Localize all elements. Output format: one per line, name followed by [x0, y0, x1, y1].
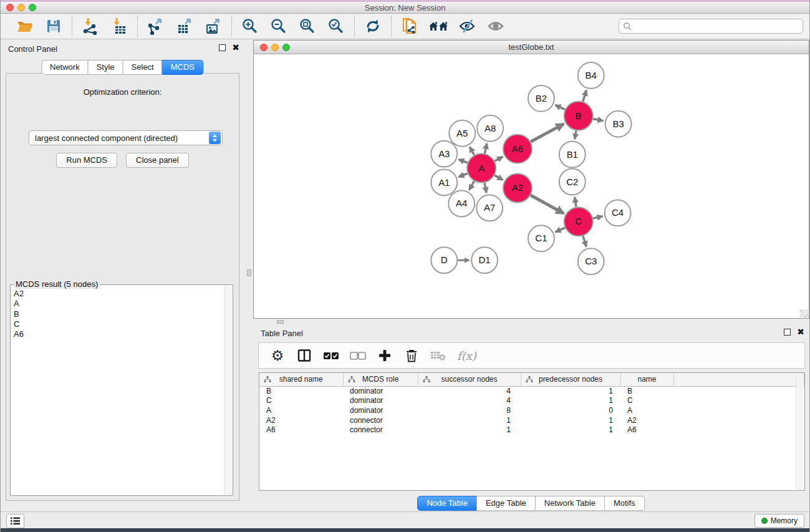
zoom-fit-button[interactable]	[297, 16, 317, 36]
list-item[interactable]: A	[14, 299, 233, 309]
graph-edge-A-A5[interactable]	[470, 147, 474, 155]
network-close-button[interactable]	[260, 44, 268, 51]
graph-node-C4[interactable]: C4	[605, 200, 631, 226]
column-header-shared-name[interactable]: shared name	[259, 373, 343, 386]
graph-node-C3[interactable]: C3	[578, 248, 604, 274]
graph-node-A1[interactable]: A1	[431, 170, 457, 196]
list-item[interactable]: C	[14, 319, 233, 329]
graph-node-C1[interactable]: C1	[528, 225, 554, 251]
window-resize-grip[interactable]	[800, 309, 808, 317]
tab-node-table[interactable]: Node Table	[417, 496, 477, 511]
graph-edge-B-B4[interactable]	[583, 90, 587, 102]
column-header-mcds-role[interactable]: MCDS role	[343, 373, 418, 386]
list-item[interactable]: A2	[14, 289, 233, 299]
graph-edge-C-C1[interactable]	[556, 228, 565, 232]
import-table-button[interactable]	[109, 16, 129, 36]
show-graphics-details-button[interactable]	[486, 16, 506, 36]
graph-edge-A-A3[interactable]	[459, 160, 468, 163]
graph-edge-C-C4[interactable]	[593, 216, 602, 218]
column-header-name[interactable]: name	[620, 373, 673, 386]
graph-node-A2[interactable]: A2	[503, 174, 532, 203]
graph-node-B4[interactable]: B4	[578, 62, 604, 89]
graph-edge-B-B2[interactable]	[556, 105, 566, 109]
graph-edge-A-A1[interactable]	[459, 173, 468, 177]
graph-node-A4[interactable]: A4	[448, 190, 475, 216]
open-file-button[interactable]	[15, 16, 35, 36]
tab-mcds[interactable]: MCDS	[162, 60, 203, 75]
export-image-button[interactable]	[203, 16, 223, 36]
graph-edge-A2-C[interactable]	[531, 195, 564, 213]
table-mode-button[interactable]: ⚙	[269, 347, 286, 364]
list-item[interactable]: A6	[14, 329, 233, 339]
graph-node-A7[interactable]: A7	[476, 195, 503, 221]
zoom-in-button[interactable]	[240, 16, 260, 36]
close-window-button[interactable]	[6, 4, 14, 11]
table-row[interactable]: Adominator80A	[259, 405, 804, 415]
graph-node-A3[interactable]: A3	[431, 141, 457, 167]
panel-splitter[interactable]	[244, 39, 253, 511]
column-header-successor-nodes[interactable]: successor nodes	[418, 373, 521, 386]
graph-edge-A-A7[interactable]	[485, 183, 486, 193]
deselect-all-rows-button[interactable]	[350, 347, 366, 364]
tab-edge-table[interactable]: Edge Table	[476, 496, 536, 511]
graph-node-B3[interactable]: B3	[605, 111, 632, 137]
console-button[interactable]	[6, 514, 24, 528]
graph-edge-A-A4[interactable]	[469, 181, 474, 190]
graph-node-A5[interactable]: A5	[449, 120, 475, 147]
graph-edge-C-C2[interactable]	[575, 197, 576, 207]
zoom-selected-button[interactable]	[326, 16, 346, 36]
table-row[interactable]: A2connector11A2	[259, 415, 804, 425]
run-mcds-button[interactable]: Run MCDS	[56, 153, 117, 168]
graph-edge-A-A8[interactable]	[485, 143, 487, 153]
graph-edge-B-B1[interactable]	[575, 130, 576, 139]
graph-node-D1[interactable]: D1	[471, 247, 498, 273]
result-scrollbar[interactable]	[224, 286, 232, 495]
criterion-dropdown[interactable]: largest connected component (directed)	[29, 130, 223, 145]
graph-node-B2[interactable]: B2	[528, 85, 554, 112]
tab-motifs[interactable]: Motifs	[604, 496, 645, 511]
export-network-button[interactable]	[146, 16, 166, 36]
graph-node-A8[interactable]: A8	[477, 115, 503, 142]
delete-columns-button[interactable]	[403, 347, 420, 364]
list-item[interactable]: B	[14, 309, 233, 319]
graph-edge-A-A2[interactable]	[494, 175, 503, 180]
graph-node-B[interactable]: B	[564, 102, 593, 130]
tab-network-table[interactable]: Network Table	[535, 496, 605, 511]
tab-style[interactable]: Style	[88, 60, 123, 75]
graph-node-A[interactable]: A	[467, 154, 496, 183]
select-all-rows-button[interactable]	[323, 347, 339, 364]
close-table-panel-icon[interactable]: ✖	[797, 329, 804, 336]
tab-select[interactable]: Select	[123, 60, 163, 75]
close-panel-button[interactable]: Close panel	[126, 153, 189, 168]
column-header-predecessor-nodes[interactable]: predecessor nodes	[521, 373, 620, 386]
import-network-button[interactable]	[80, 16, 100, 36]
network-zoom-button[interactable]	[282, 44, 290, 51]
new-network-from-selection-button[interactable]	[400, 16, 420, 36]
close-panel-icon[interactable]: ✖	[232, 44, 239, 51]
memory-button[interactable]: Memory	[755, 514, 804, 528]
export-table-button[interactable]	[175, 16, 195, 36]
graph-node-C[interactable]: C	[564, 207, 593, 236]
table-scrollbar[interactable]	[796, 374, 804, 490]
create-column-button[interactable]	[377, 347, 393, 364]
float-panel-icon[interactable]	[219, 44, 226, 51]
apply-layout-button[interactable]	[363, 16, 383, 36]
tab-network[interactable]: Network	[41, 60, 89, 75]
graph-edge-B-B3[interactable]	[593, 119, 603, 121]
save-session-button[interactable]	[44, 16, 64, 36]
float-table-panel-icon[interactable]	[784, 329, 791, 336]
network-canvas[interactable]: AA1A2A3A4A5A6A7A8BB1B2B3B4CC1C2C3C4DD1	[254, 54, 808, 317]
zoom-out-button[interactable]	[269, 16, 289, 36]
table-row[interactable]: A6connector11A6	[259, 425, 804, 435]
splitter-handle[interactable]	[247, 269, 251, 276]
table-row[interactable]: Cdominator41C	[259, 396, 804, 406]
graph-node-B1[interactable]: B1	[559, 142, 586, 168]
graph-node-D[interactable]: D	[431, 247, 457, 273]
reset-view-button[interactable]	[428, 16, 448, 36]
minimize-window-button[interactable]	[17, 4, 25, 11]
graph-node-C2[interactable]: C2	[559, 169, 586, 195]
show-hide-columns-button[interactable]	[296, 347, 312, 364]
graph-node-A6[interactable]: A6	[503, 135, 532, 163]
search-input[interactable]	[619, 19, 803, 34]
table-row[interactable]: Bdominator41B	[259, 386, 804, 396]
